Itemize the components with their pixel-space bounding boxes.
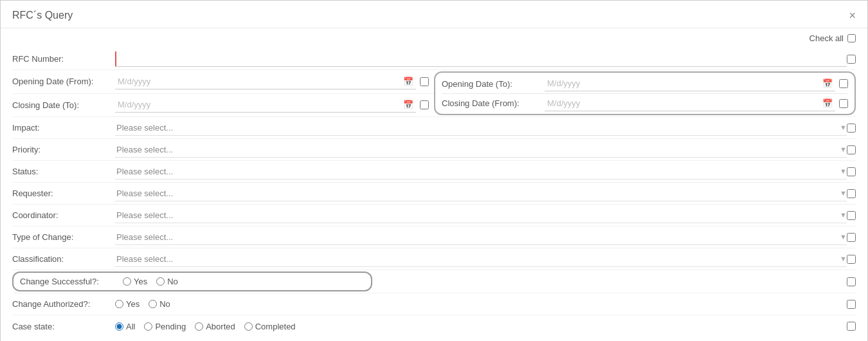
classification-checkbox[interactable] <box>847 255 856 264</box>
closing-date-from-calendar-icon[interactable]: 📅 <box>820 98 835 108</box>
change-authorized-yes-radio[interactable] <box>115 300 123 308</box>
status-select[interactable]: Please select... <box>115 164 840 179</box>
requester-select[interactable]: Please select... <box>115 186 840 201</box>
case-state-radio-group: All Pending Aborted Completed <box>115 322 296 331</box>
opening-date-from-input[interactable] <box>115 74 401 89</box>
opening-date-from-checkbox[interactable] <box>420 77 429 86</box>
case-state-pending-radio[interactable] <box>144 322 152 331</box>
status-select-wrapper: Please select... ▼ <box>115 164 847 180</box>
closing-date-to-wrapper: 📅 <box>115 97 416 113</box>
opening-date-to-input[interactable] <box>545 76 820 91</box>
change-successful-yes-text: Yes <box>134 277 147 286</box>
case-state-row: Case state: All Pending Aborted <box>12 315 856 337</box>
opening-date-from-label: Opening Date (From): <box>12 74 115 89</box>
coordinator-row: Coordinator: Please select... ▼ <box>12 205 856 226</box>
case-state-pending-label[interactable]: Pending <box>144 322 186 331</box>
rfc-number-checkbox[interactable] <box>847 55 856 64</box>
closing-date-to-calendar-icon[interactable]: 📅 <box>401 100 416 109</box>
case-state-label: Case state: <box>12 319 115 334</box>
closing-date-from-input[interactable] <box>545 96 820 111</box>
opening-date-to-calendar-icon[interactable]: 📅 <box>820 78 835 88</box>
closing-date-from-label: Closing Date (From): <box>442 96 545 111</box>
dialog-title: RFC´s Query <box>12 10 73 21</box>
change-authorized-label: Change Authorized?: <box>12 297 115 311</box>
change-successful-no-text: No <box>167 277 178 286</box>
case-state-completed-radio[interactable] <box>244 322 253 331</box>
status-row: Status: Please select... ▼ <box>12 161 856 183</box>
priority-row: Priority: Please select... ▼ <box>12 139 856 161</box>
coordinator-input-col: Please select... ▼ <box>115 207 847 225</box>
case-state-all-label[interactable]: All <box>115 322 135 331</box>
case-state-all-text: All <box>126 322 135 331</box>
rfc-number-input[interactable] <box>115 51 847 66</box>
change-authorized-no-radio[interactable] <box>149 300 157 308</box>
coordinator-select[interactable]: Please select... <box>115 208 840 223</box>
closing-date-to-checkbox[interactable] <box>420 100 429 109</box>
requester-label: Requester: <box>12 186 115 201</box>
case-state-checkbox[interactable] <box>847 322 856 331</box>
requester-input-col: Please select... ▼ <box>115 185 847 203</box>
impact-input-col: Please select... ▼ <box>115 119 847 137</box>
type-of-change-checkbox[interactable] <box>847 233 856 242</box>
change-successful-radio-group: Yes No <box>123 277 178 286</box>
change-successful-no-label[interactable]: No <box>156 277 178 286</box>
change-authorized-radio-group: Yes No <box>115 299 170 309</box>
priority-input-col: Please select... ▼ <box>115 141 847 159</box>
classification-chevron-icon: ▼ <box>840 255 847 263</box>
case-state-all-radio[interactable] <box>115 322 123 331</box>
requester-checkbox[interactable] <box>847 189 856 198</box>
change-authorized-no-text: No <box>159 299 170 309</box>
change-authorized-no-label[interactable]: No <box>149 299 170 309</box>
case-state-completed-label[interactable]: Completed <box>244 322 296 331</box>
case-state-aborted-label[interactable]: Aborted <box>195 322 235 331</box>
change-successful-yes-label[interactable]: Yes <box>123 277 147 286</box>
form-body: RFC Number: Opening Date (From): 📅 <box>1 46 867 341</box>
priority-label: Priority: <box>12 142 115 157</box>
type-of-change-label: Type of Change: <box>12 230 115 244</box>
priority-checkbox[interactable] <box>847 145 856 154</box>
check-all-checkbox[interactable] <box>847 34 856 42</box>
impact-label: Impact: <box>12 120 115 135</box>
case-state-completed-text: Completed <box>255 322 296 331</box>
requester-select-wrapper: Please select... ▼ <box>115 186 847 201</box>
dialog-titlebar: RFC´s Query × <box>1 1 867 28</box>
change-authorized-checkbox[interactable] <box>847 300 856 309</box>
priority-chevron-icon: ▼ <box>840 145 847 153</box>
requester-chevron-icon: ▼ <box>840 189 847 197</box>
opening-date-to-wrapper: 📅 <box>545 76 835 91</box>
closing-date-to-input[interactable] <box>115 97 401 112</box>
status-input-col: Please select... ▼ <box>115 163 847 181</box>
case-state-input-col: All Pending Aborted Completed <box>115 320 847 333</box>
close-button[interactable]: × <box>849 10 856 21</box>
closing-date-from-row: Closing Date (From): 📅 <box>442 93 848 113</box>
coordinator-checkbox[interactable] <box>847 211 856 220</box>
status-label: Status: <box>12 164 115 179</box>
closing-date-from-wrapper: 📅 <box>545 96 835 111</box>
opening-date-from-calendar-icon[interactable]: 📅 <box>401 77 416 86</box>
impact-checkbox[interactable] <box>847 124 856 133</box>
coordinator-select-wrapper: Please select... ▼ <box>115 208 847 223</box>
opening-date-to-checkbox[interactable] <box>839 79 848 88</box>
change-authorized-yes-label[interactable]: Yes <box>115 299 140 309</box>
opening-date-to-label: Opening Date (To): <box>442 77 545 91</box>
closing-date-from-checkbox[interactable] <box>839 99 848 108</box>
change-successful-no-radio[interactable] <box>156 277 165 286</box>
case-state-aborted-radio[interactable] <box>195 322 203 331</box>
classification-select[interactable]: Please select... <box>115 252 840 266</box>
change-authorized-input-col: Yes No <box>115 298 847 310</box>
rfc-number-row: RFC Number: <box>12 48 856 70</box>
change-successful-checkbox[interactable] <box>847 277 856 286</box>
priority-select-wrapper: Please select... ▼ <box>115 142 847 158</box>
change-successful-yes-radio[interactable] <box>123 277 131 286</box>
change-successful-label: Change Successful?: <box>20 274 123 289</box>
case-state-aborted-text: Aborted <box>206 322 235 331</box>
type-of-change-row: Type of Change: Please select... ▼ <box>12 226 856 248</box>
change-authorized-row: Change Authorized?: Yes No <box>12 293 856 315</box>
case-state-pending-text: Pending <box>155 322 186 331</box>
impact-select[interactable]: Please select... <box>115 120 840 135</box>
type-of-change-select[interactable]: Please select... <box>115 230 840 244</box>
status-checkbox[interactable] <box>847 167 856 176</box>
impact-row: Impact: Please select... ▼ <box>12 117 856 139</box>
impact-chevron-icon: ▼ <box>840 124 847 131</box>
priority-select[interactable]: Please select... <box>115 142 840 157</box>
